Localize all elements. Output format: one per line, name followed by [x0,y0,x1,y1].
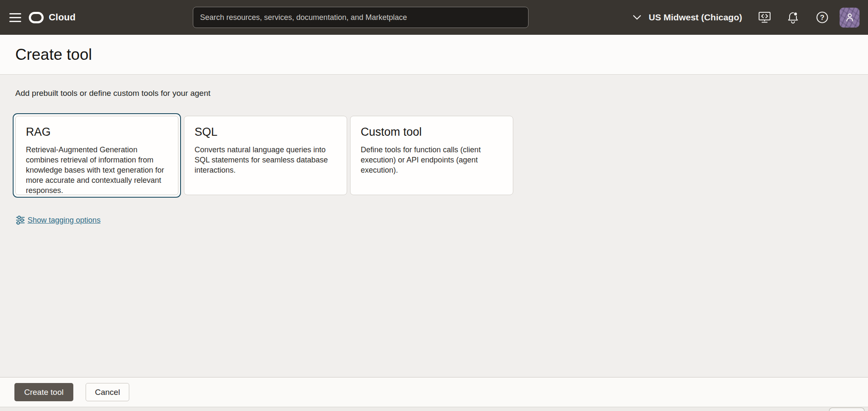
tool-card-rag-inner: RAG Retrieval-Augmented Generation combi… [15,116,178,195]
topbar-right-group: US Midwest (Chicago) [632,0,860,35]
card-description: Retrieval-Augmented Generation combines … [26,145,168,196]
svg-text:?: ? [820,14,824,22]
show-tagging-options-link[interactable]: Show tagging options [15,215,100,225]
card-title: RAG [26,126,168,139]
topbar: Cloud US Midwest (Chicago) [0,0,868,35]
search-input[interactable] [193,7,529,28]
region-label: US Midwest (Chicago) [648,12,742,22]
oracle-cloud-logo-icon [29,12,44,23]
hamburger-menu-button[interactable] [9,13,21,22]
page-subtitle: Add prebuilt tools or define custom tool… [15,75,853,98]
action-footer: Create tool Cancel [0,377,868,407]
cloud-shell-icon [758,11,771,23]
notifications-button[interactable] [787,11,799,24]
brand-wordmark: Cloud [49,12,75,23]
card-description: Converts natural language queries into S… [195,145,337,175]
bottom-strip [0,407,868,411]
tool-card-custom[interactable]: Custom tool Define tools for function ca… [350,116,513,195]
title-section: Create tool [0,35,868,75]
show-tagging-options-label: Show tagging options [28,216,100,225]
cloud-shell-button[interactable] [758,11,771,23]
user-avatar[interactable] [840,8,860,28]
cancel-button[interactable]: Cancel [86,383,129,401]
chevron-down-icon [632,14,642,21]
bottom-edge-pill [829,408,865,411]
tool-card-rag[interactable]: RAG Retrieval-Augmented Generation combi… [13,113,181,198]
main-content: Add prebuilt tools or define custom tool… [0,75,868,411]
user-avatar-icon [844,12,855,23]
card-description: Define tools for function calls (client … [361,145,503,175]
help-icon: ? [816,11,829,24]
create-tool-button[interactable]: Create tool [14,383,73,401]
page-title: Create tool [15,46,92,64]
tool-type-cards: RAG Retrieval-Augmented Generation combi… [15,113,853,198]
notification-bell-icon [787,11,799,24]
card-title: Custom tool [361,126,503,139]
help-button[interactable]: ? [816,11,829,24]
sliders-icon [15,215,25,225]
region-selector[interactable]: US Midwest (Chicago) [632,12,742,22]
tool-card-sql[interactable]: SQL Converts natural language queries in… [184,116,347,195]
hamburger-menu-icon [9,13,21,14]
card-title: SQL [195,126,337,139]
